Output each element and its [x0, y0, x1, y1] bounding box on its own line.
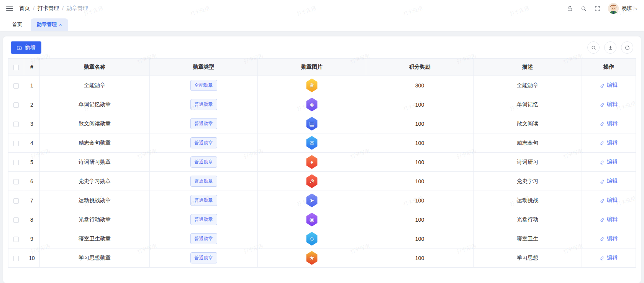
badge-name: 运动挑战勋章 [79, 197, 111, 203]
row-checkbox[interactable] [13, 198, 19, 204]
pencil-icon [600, 140, 605, 145]
edit-button[interactable]: 编辑 [600, 197, 618, 204]
top-bar: 首页 / 打卡管理 / 勋章管理 [0, 0, 644, 17]
pencil-icon [600, 236, 605, 241]
running-shoe-badge-icon: ➤ [306, 194, 318, 207]
badge-type-tag: 普通勋章 [190, 118, 217, 129]
menu-collapse-icon[interactable] [6, 6, 13, 11]
column-header-badge-type: 勋章类型 [150, 59, 258, 76]
tab-label: 首页 [12, 21, 22, 28]
edit-button[interactable]: 编辑 [600, 254, 618, 261]
tab-close-icon[interactable]: × [59, 22, 62, 28]
points-value: 100 [415, 197, 424, 204]
badge-name: 全能勋章 [84, 82, 105, 88]
row-checkbox[interactable] [13, 160, 19, 165]
row-checkbox[interactable] [13, 237, 19, 242]
badge-type-tag: 普通勋章 [190, 233, 217, 244]
lock-icon[interactable] [567, 5, 574, 12]
row-checkbox[interactable] [13, 83, 19, 89]
tab-badge-management[interactable]: 勋章管理 × [31, 18, 68, 31]
breadcrumb-checkin-management[interactable]: 打卡管理 [38, 5, 59, 12]
tab-label: 勋章管理 [37, 21, 57, 28]
table-row: 1全能勋章全能勋章♛300全能勋章 编辑 [8, 76, 636, 95]
tab-bar: 首页 勋章管理 × [0, 17, 644, 31]
tab-home[interactable]: 首页 [6, 18, 28, 31]
pencil-icon [600, 83, 605, 88]
edit-label: 编辑 [607, 82, 618, 89]
column-header-index: # [24, 59, 40, 76]
row-checkbox[interactable] [13, 217, 19, 223]
edit-label: 编辑 [607, 254, 618, 261]
breadcrumb-home[interactable]: 首页 [19, 5, 30, 12]
edit-label: 编辑 [607, 235, 618, 242]
points-value: 100 [415, 140, 424, 146]
badge-description: 光盘行动 [517, 216, 538, 222]
points-value: 100 [415, 236, 424, 242]
table-row: 5诗词研习勋章普通勋章♦100诗词研习 编辑 [8, 153, 636, 172]
edit-label: 编辑 [607, 158, 618, 165]
book-badge-icon: ▤ [306, 117, 318, 131]
points-value: 100 [415, 102, 424, 108]
row-checkbox[interactable] [13, 102, 19, 108]
table-search-button[interactable] [587, 41, 600, 54]
badge-type-tag: 普通勋章 [190, 195, 217, 206]
pencil-icon [600, 160, 605, 165]
user-name: 易班 [621, 5, 632, 12]
star-flag-badge-icon: ★ [306, 251, 318, 265]
edit-button[interactable]: 编辑 [600, 101, 618, 108]
points-value: 300 [415, 82, 424, 89]
badge-type-tag: 普通勋章 [190, 99, 217, 110]
badge-type-tag: 普通勋章 [190, 252, 217, 263]
row-index: 9 [30, 236, 33, 242]
badge-description: 诗词研习 [517, 159, 538, 165]
refresh-icon [624, 45, 630, 51]
edit-button[interactable]: 编辑 [600, 178, 618, 184]
crystal-badge-icon: ◇ [306, 232, 318, 246]
row-index: 2 [30, 102, 33, 108]
points-value: 100 [415, 121, 424, 127]
table-row: 9寝室卫生勋章普通勋章◇100寝室卫生 编辑 [8, 229, 636, 248]
badge-name: 散文阅读勋章 [79, 120, 111, 127]
badge-type-tag: 普通勋章 [190, 176, 217, 187]
table-row: 8光盘行动勋章普通勋章◉100光盘行动 编辑 [8, 210, 636, 229]
table-header-row: # 勋章名称 勋章类型 勋章图片 积分奖励 描述 操作 [8, 59, 636, 76]
flame-badge-icon: ♦ [306, 155, 318, 169]
badge-description: 单词记忆 [517, 101, 538, 107]
row-checkbox[interactable] [13, 141, 19, 146]
table-row: 2单词记忆勋章普通勋章◈100单词记忆 编辑 [8, 95, 636, 114]
table-toolbar: 新增 [8, 36, 636, 58]
table-row: 10学习思想勋章普通勋章★100学习思想 编辑 [8, 248, 636, 268]
pencil-icon [600, 217, 605, 222]
edit-button[interactable]: 编辑 [600, 216, 618, 223]
badge-type-tag: 普通勋章 [190, 214, 217, 225]
edit-button[interactable]: 编辑 [600, 158, 618, 165]
search-icon [591, 45, 596, 51]
edit-label: 编辑 [607, 197, 618, 204]
search-icon[interactable] [580, 5, 587, 12]
edit-label: 编辑 [607, 178, 618, 184]
badge-type-tag: 普通勋章 [190, 137, 217, 148]
row-checkbox[interactable] [13, 179, 19, 184]
badge-type-tag: 普通勋章 [190, 156, 217, 168]
table-row: 4励志金句勋章普通勋章✉100励志金句 编辑 [8, 133, 636, 153]
points-value: 100 [415, 178, 424, 184]
edit-button[interactable]: 编辑 [600, 139, 618, 146]
row-checkbox[interactable] [13, 122, 19, 127]
badge-description: 学习思想 [517, 255, 538, 261]
badge-description: 寝室卫生 [517, 235, 538, 242]
fullscreen-icon[interactable] [594, 5, 601, 12]
select-all-checkbox[interactable] [13, 65, 19, 70]
edit-label: 编辑 [607, 120, 618, 127]
refresh-button[interactable] [621, 41, 633, 54]
export-download-button[interactable] [604, 41, 616, 54]
row-checkbox[interactable] [13, 256, 19, 261]
edit-button[interactable]: 编辑 [600, 120, 618, 127]
edit-button[interactable]: 编辑 [600, 235, 618, 242]
chat-bubble-badge-icon: ✉ [306, 136, 318, 150]
add-button[interactable]: 新增 [11, 41, 41, 54]
avatar [608, 3, 619, 14]
row-index: 5 [30, 159, 33, 165]
user-menu[interactable]: 易班 ∨ [608, 3, 638, 14]
edit-button[interactable]: 编辑 [600, 82, 618, 89]
graduation-cap-badge-icon: ◈ [306, 98, 318, 112]
